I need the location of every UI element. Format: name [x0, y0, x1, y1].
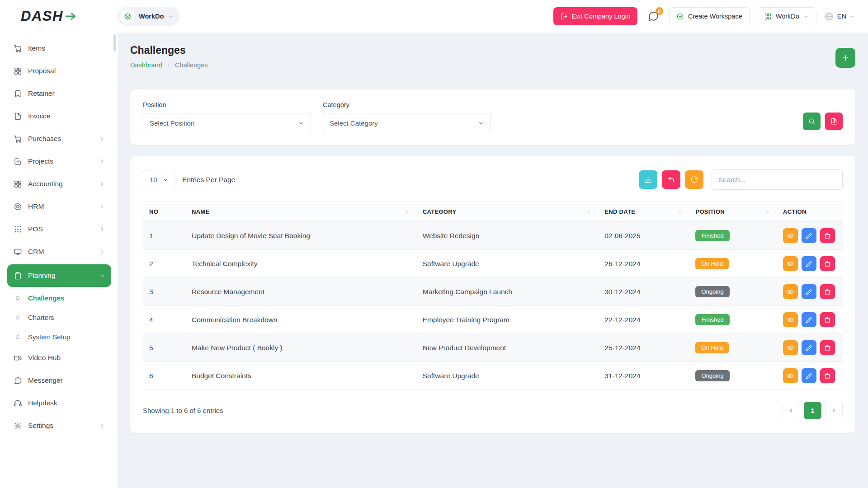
cell-category: Website Redesign — [416, 222, 598, 250]
delete-button[interactable] — [820, 368, 835, 383]
bullet-icon — [13, 316, 22, 319]
status-badge: Finished — [695, 314, 729, 325]
chevron-down-icon — [298, 120, 304, 127]
workspace-switcher[interactable]: WorkDo — [118, 7, 180, 26]
filter-search-button[interactable] — [803, 113, 821, 130]
table-search-input[interactable] — [712, 169, 843, 190]
sidebar-item-label: Settings — [28, 422, 53, 430]
table-footer: Showing 1 to 6 of 6 entries 1 — [143, 402, 843, 419]
sidebar-item-retainer[interactable]: Retainer — [7, 82, 111, 105]
pencil-icon — [805, 372, 812, 380]
chevron-right-icon — [99, 249, 105, 255]
cell-no: 4 — [143, 306, 185, 334]
cell-position: Ongoing — [689, 362, 777, 390]
cell-name: Resource Management — [185, 278, 416, 306]
filter-reset-button[interactable] — [825, 113, 843, 130]
view-button[interactable] — [783, 284, 798, 299]
chevron-down-icon — [803, 14, 809, 19]
logout-icon — [561, 13, 568, 20]
cell-position: On Hold — [689, 334, 777, 362]
eye-icon — [787, 372, 794, 380]
workdo-menu-button[interactable]: WorkDo — [757, 7, 816, 25]
sidebar-item-label: Messenger — [28, 376, 63, 385]
edit-button[interactable] — [802, 284, 816, 299]
pagination-prev-button[interactable] — [783, 402, 800, 419]
sidebar-item-system-setup[interactable]: System Setup — [7, 327, 111, 347]
pagination-page-1[interactable]: 1 — [804, 402, 821, 419]
chevron-down-icon — [849, 14, 855, 19]
table-row: 5Make New Product ( Bookly )New Product … — [143, 334, 843, 362]
sort-icon — [677, 209, 683, 215]
delete-button[interactable] — [820, 312, 835, 327]
pencil-icon — [805, 288, 812, 296]
chevron-right-icon — [99, 203, 105, 210]
cell-action — [777, 362, 843, 390]
page-header: Challenges Dashboard Challenges — [130, 44, 855, 69]
delete-button[interactable] — [820, 228, 835, 243]
download-icon — [644, 176, 652, 183]
messages-button[interactable]: 0 — [647, 10, 659, 22]
language-selector[interactable]: EN — [824, 11, 855, 22]
edit-button[interactable] — [802, 312, 816, 327]
pagination-next-button[interactable] — [825, 402, 843, 419]
sidebar-item-accounting[interactable]: Accounting — [7, 173, 111, 195]
export-button[interactable] — [639, 170, 657, 189]
logo-arrow-icon — [65, 10, 77, 22]
column-header-end-date[interactable]: END DATE — [598, 202, 689, 222]
app-logo[interactable]: DASH — [21, 8, 77, 24]
sidebar-item-hrm[interactable]: HRM — [7, 195, 111, 218]
undo-button[interactable] — [662, 170, 680, 189]
column-header-category[interactable]: CATEGORY — [416, 202, 598, 222]
workspace-avatar — [120, 9, 135, 23]
column-header-name[interactable]: NAME — [185, 202, 416, 222]
view-button[interactable] — [783, 256, 798, 271]
position-label: Position — [143, 101, 311, 108]
edit-button[interactable] — [802, 340, 816, 355]
sidebar-item-invoice[interactable]: Invoice — [7, 105, 111, 127]
status-badge: Finished — [695, 230, 729, 241]
sidebar-item-projects[interactable]: Projects — [7, 150, 111, 173]
view-button[interactable] — [783, 228, 798, 243]
sidebar-item-items[interactable]: Items — [7, 37, 111, 60]
delete-button[interactable] — [820, 284, 835, 299]
view-button[interactable] — [783, 312, 798, 327]
plus-icon — [841, 53, 850, 62]
refresh-button[interactable] — [685, 170, 703, 189]
delete-button[interactable] — [820, 256, 835, 271]
add-challenge-button[interactable] — [835, 48, 855, 68]
column-header-position[interactable]: POSITION — [689, 202, 777, 222]
category-select[interactable]: Select Category — [323, 113, 491, 133]
sidebar-item-proposal[interactable]: Proposal — [7, 60, 111, 82]
exit-company-login-button[interactable]: Exit Company Login — [553, 7, 637, 25]
eye-icon — [787, 288, 794, 296]
delete-button[interactable] — [820, 340, 835, 355]
edit-button[interactable] — [802, 256, 816, 271]
edit-button[interactable] — [802, 368, 816, 383]
sidebar-item-crm[interactable]: CRM — [7, 240, 111, 263]
view-button[interactable] — [783, 368, 798, 383]
sidebar-scrollbar[interactable] — [113, 34, 116, 52]
sidebar-item-pos[interactable]: POS — [7, 218, 111, 240]
sidebar-item-charters[interactable]: Charters — [7, 308, 111, 327]
entries-per-page-select[interactable]: 10 — [143, 170, 175, 189]
sidebar-item-purchases[interactable]: Purchases — [7, 127, 111, 150]
sidebar-item-settings[interactable]: Settings — [7, 414, 111, 437]
sidebar-item-label: POS — [28, 225, 43, 233]
sort-icon — [586, 209, 592, 215]
view-button[interactable] — [783, 340, 798, 355]
sidebar-item-challenges[interactable]: Challenges — [7, 288, 111, 308]
pencil-icon — [805, 260, 812, 267]
edit-button[interactable] — [802, 228, 816, 243]
workspace-pill-label: WorkDo — [139, 13, 164, 20]
sidebar-item-helpdesk[interactable]: Helpdesk — [7, 392, 111, 414]
status-badge: Ongoing — [695, 286, 729, 297]
sidebar-item-planning[interactable]: Planning — [7, 264, 111, 287]
position-select[interactable]: Select Position — [143, 113, 311, 133]
chevron-left-icon — [788, 407, 795, 414]
breadcrumb-dashboard-link[interactable]: Dashboard — [130, 61, 162, 69]
cell-category: Software Upgrade — [416, 250, 598, 278]
create-workspace-button[interactable]: Create Workspace — [669, 7, 750, 25]
pencil-icon — [805, 232, 812, 239]
sidebar-item-video-hub[interactable]: Video Hub — [7, 347, 111, 369]
sidebar-item-messenger[interactable]: Messenger — [7, 369, 111, 392]
